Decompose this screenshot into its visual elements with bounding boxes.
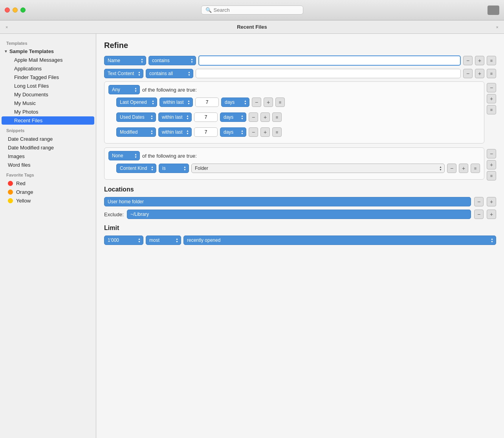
tag-dot-yellow (8, 198, 13, 203)
add-row-last-opened-button[interactable]: + (264, 98, 273, 107)
operator-select-content-kind[interactable]: is is not contains (159, 164, 189, 173)
filter-row-text-content: Text Content Name Kind contains all cont… (104, 69, 496, 78)
group1-sub-rows: Last Opened Used Dates Modified Date Cre… (108, 98, 480, 140)
limit-amount-select[interactable]: 1'000 100 500 2'000 5'000 (104, 236, 143, 245)
exclude-label: Exclude: (104, 212, 124, 217)
field-select-text-content[interactable]: Text Content Name Kind (104, 69, 143, 78)
add-row-text-content-button[interactable]: + (475, 69, 484, 78)
remove-row-modified-button[interactable]: − (249, 127, 258, 137)
group2-sub-rows: Content Kind Name Kind is is not contain… (108, 164, 480, 176)
add-group2-button[interactable]: + (487, 160, 496, 169)
remove-group2-button[interactable]: − (487, 149, 496, 158)
field-select-name[interactable]: Name Text Content Kind Date Created Date… (104, 56, 146, 65)
fullscreen-button[interactable] (20, 7, 26, 13)
operator-select-name[interactable]: contains does not contain is starts with… (148, 56, 196, 65)
number-input-last-opened[interactable] (195, 98, 219, 107)
sample-templates-group[interactable]: ▼ Sample Templates (0, 47, 96, 55)
list-row-text-content-button[interactable]: ≡ (487, 69, 496, 78)
remove-row-last-opened-button[interactable]: − (252, 98, 261, 107)
window-close-right[interactable]: × (496, 25, 499, 29)
sidebar-item-applications[interactable]: Applications (2, 64, 94, 73)
location-select[interactable]: User home folder Desktop Downloads Docum… (104, 197, 471, 206)
sidebar-item-images[interactable]: Images (2, 152, 94, 160)
tag-item-red[interactable]: Red (2, 179, 94, 188)
exclude-select[interactable]: ~/Library ~/Downloads ~/Desktop (127, 210, 471, 219)
number-input-modified[interactable] (194, 127, 218, 137)
operator-select-modified[interactable]: within last before after (158, 127, 192, 137)
sidebar-item-long-lost[interactable]: Long Lost Files (2, 82, 94, 90)
filter-row-modified: Modified Last Opened Used Dates within l… (116, 127, 480, 137)
operator-select-used-dates[interactable]: within last before after (158, 112, 192, 122)
remove-exclude-button[interactable]: − (474, 210, 484, 219)
field-select-modified[interactable]: Modified Last Opened Used Dates (116, 127, 156, 137)
unit-select-modified[interactable]: days hours weeks (220, 127, 246, 137)
add-row-used-dates-button[interactable]: + (260, 112, 270, 122)
add-location-button[interactable]: + (487, 197, 496, 206)
locations-title: Locations (104, 186, 496, 193)
minimize-button[interactable] (13, 7, 18, 13)
list-row-content-kind-button[interactable]: ≡ (471, 164, 480, 173)
sidebar-item-my-music[interactable]: My Music (2, 99, 94, 107)
quantifier-select-group2[interactable]: None Any All (108, 151, 140, 160)
remove-row-used-dates-button[interactable]: − (249, 112, 258, 122)
remove-group1-button[interactable]: − (487, 83, 496, 92)
value-input-text-content[interactable] (196, 69, 461, 78)
tag-label-yellow: Yellow (16, 198, 31, 204)
limit-sort-order-select[interactable]: most least (146, 236, 181, 245)
unit-select-last-opened[interactable]: days hours weeks months (221, 98, 249, 107)
operator-select-last-opened[interactable]: within last before after exactly (159, 98, 193, 107)
search-input[interactable] (214, 7, 299, 13)
number-input-used-dates[interactable] (194, 112, 218, 122)
window-title: Recent Files (237, 24, 267, 30)
add-row-content-kind-button[interactable]: + (459, 164, 468, 173)
add-row-name-button[interactable]: + (475, 56, 484, 65)
sidebar: Templates ▼ Sample Templates Apple Mail … (0, 34, 96, 438)
value-select-content-kind[interactable]: Folder Document Image Movie Music Applic… (191, 164, 445, 173)
tag-dot-red (8, 181, 13, 186)
limit-title: Limit (104, 225, 496, 232)
remove-row-text-content-button[interactable]: − (463, 69, 473, 78)
search-bar[interactable]: 🔍 (201, 6, 303, 15)
close-button[interactable] (5, 7, 10, 13)
window-bar: × Recent Files × (0, 20, 504, 34)
remove-row-content-kind-button[interactable]: − (447, 164, 456, 173)
add-group1-button[interactable]: + (487, 94, 496, 103)
main-layout: Templates ▼ Sample Templates Apple Mail … (0, 34, 504, 438)
list-group1-button[interactable]: ≡ (487, 105, 496, 114)
group2-suffix: of the following are true: (142, 153, 197, 159)
operator-select-text-content[interactable]: contains all contains does not contain (146, 69, 193, 78)
list-row-used-dates-button[interactable]: ≡ (272, 112, 282, 122)
list-row-name-button[interactable]: ≡ (487, 56, 496, 65)
field-select-content-kind[interactable]: Content Kind Name Kind (116, 164, 156, 173)
sidebar-item-date-created[interactable]: Date Created range (2, 135, 94, 143)
field-select-last-opened[interactable]: Last Opened Used Dates Modified Date Cre… (116, 98, 157, 107)
group1-header: Any All None of the following are true: (108, 85, 480, 94)
toolbar-button[interactable] (488, 6, 499, 15)
list-row-modified-button[interactable]: ≡ (272, 127, 282, 137)
sidebar-item-date-modified[interactable]: Date Modified range (2, 144, 94, 152)
sidebar-item-apple-mail[interactable]: Apple Mail Messages (2, 56, 94, 64)
content-area: Refine Name Text Content Kind Date Creat… (96, 34, 504, 438)
value-input-name[interactable] (198, 55, 461, 66)
remove-location-button[interactable]: − (474, 197, 484, 206)
quantifier-select-group1[interactable]: Any All None (108, 85, 140, 94)
filter-row-content-kind: Content Kind Name Kind is is not contain… (116, 164, 480, 173)
tag-item-yellow[interactable]: Yellow (2, 197, 94, 205)
unit-select-used-dates[interactable]: days hours weeks (220, 112, 246, 122)
sidebar-item-recent-files[interactable]: Recent Files (2, 116, 94, 125)
field-select-used-dates[interactable]: Used Dates Last Opened Modified (116, 112, 156, 122)
add-exclude-button[interactable]: + (487, 210, 496, 219)
add-row-modified-button[interactable]: + (260, 127, 270, 137)
list-group2-button[interactable]: ≡ (487, 171, 496, 180)
tag-label-red: Red (16, 180, 26, 186)
window-close-left[interactable]: × (5, 25, 8, 29)
sidebar-item-my-documents[interactable]: My Documents (2, 90, 94, 99)
list-row-last-opened-button[interactable]: ≡ (275, 98, 285, 107)
sidebar-item-word-files[interactable]: Word files (2, 161, 94, 169)
limit-sort-by-select[interactable]: recently opened recently modified recent… (183, 236, 496, 245)
sidebar-item-finder-tagged[interactable]: Finder Tagged Files (2, 73, 94, 81)
sidebar-item-my-photos[interactable]: My Photos (2, 108, 94, 116)
sample-templates-label: Sample Templates (9, 48, 54, 54)
tag-item-orange[interactable]: Orange (2, 188, 94, 196)
remove-row-name-button[interactable]: − (463, 56, 473, 65)
